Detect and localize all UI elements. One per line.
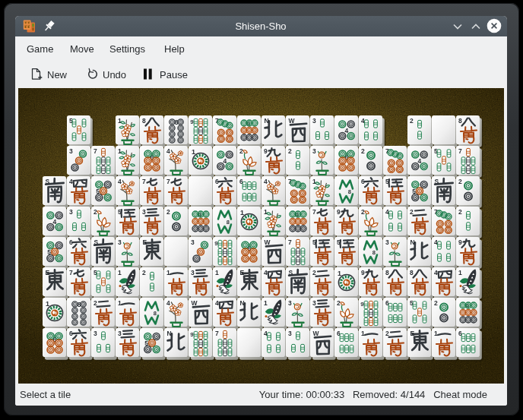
svg-text:Select a tile: Select a tile — [20, 389, 71, 400]
svg-text:Shisen-Sho: Shisen-Sho — [235, 21, 286, 32]
svg-text:Undo: Undo — [103, 69, 126, 81]
svg-text:Game: Game — [27, 43, 53, 55]
svg-text:Your time: 00:00:33 Removed:: Your time: 00:00:33 Removed: 4/144 Cheat… — [259, 389, 487, 400]
svg-text:New: New — [47, 69, 68, 81]
svg-text:Help: Help — [164, 43, 185, 55]
svg-text:Move: Move — [70, 43, 94, 55]
svg-text:Pause: Pause — [160, 69, 188, 81]
svg-text:Settings: Settings — [109, 43, 145, 55]
